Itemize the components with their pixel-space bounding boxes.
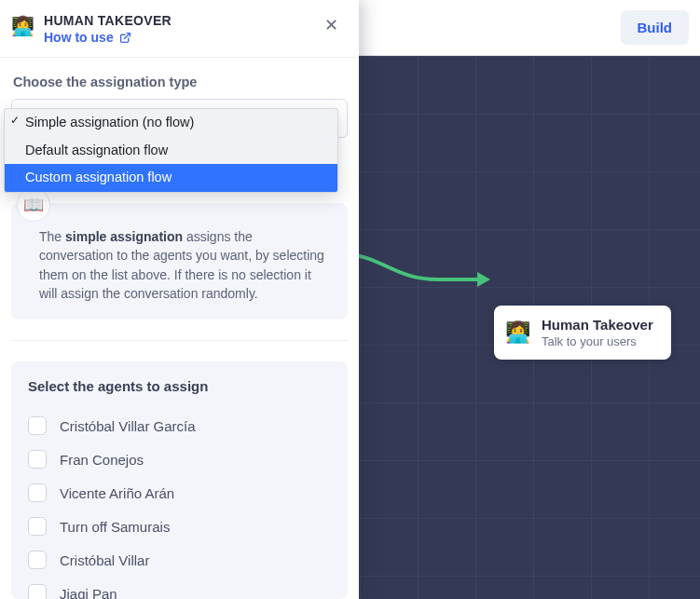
agent-name: Fran Conejos bbox=[60, 452, 144, 468]
build-button[interactable]: Build bbox=[621, 10, 690, 45]
dropdown-option[interactable]: Custom assignation flow bbox=[5, 164, 337, 192]
node-human-takeover[interactable]: 👩‍💻 Human Takeover Talk to your users bbox=[494, 306, 671, 360]
info-bold: simple assignation bbox=[65, 229, 183, 244]
flow-connector bbox=[336, 242, 522, 298]
panel-body: Choose the assignation type Simple assig… bbox=[0, 58, 359, 599]
agent-checkbox[interactable] bbox=[28, 584, 47, 599]
node-subtitle: Talk to your users bbox=[542, 334, 653, 348]
info-prefix: The bbox=[39, 229, 65, 244]
how-to-use-link[interactable]: How to use bbox=[44, 30, 131, 45]
agents-title: Select the agents to assign bbox=[28, 378, 331, 394]
info-text: The simple assignation assigns the conve… bbox=[26, 227, 329, 303]
external-link-icon bbox=[119, 32, 131, 44]
agent-checkbox[interactable] bbox=[28, 450, 47, 469]
agent-row[interactable]: Vicente Ariño Arán bbox=[28, 476, 331, 510]
divider bbox=[11, 340, 348, 341]
panel-header: 👩‍💻 HUMAN TAKEOVER How to use ✕ bbox=[0, 0, 359, 58]
agent-checkbox[interactable] bbox=[28, 416, 47, 435]
dropdown-option[interactable]: Simple assignation (no flow) bbox=[5, 109, 337, 137]
person-computer-icon: 👩‍💻 bbox=[11, 15, 34, 37]
agent-row[interactable]: Cristóbal Villar bbox=[28, 543, 331, 577]
book-icon: 📖 bbox=[17, 188, 50, 222]
agent-row[interactable]: Turn off Samurais bbox=[28, 510, 331, 543]
agent-checkbox[interactable] bbox=[28, 517, 47, 536]
config-panel: 👩‍💻 HUMAN TAKEOVER How to use ✕ Choose t… bbox=[0, 0, 359, 599]
person-computer-icon: 👩‍💻 bbox=[505, 322, 530, 343]
agent-name: Jiaqi Pan bbox=[60, 586, 117, 599]
agent-name: Cristóbal Villar bbox=[60, 552, 149, 568]
agent-name: Vicente Ariño Arán bbox=[60, 485, 174, 501]
assignation-select-wrap: Simple assignation (no flow)Default assi… bbox=[11, 99, 348, 138]
agent-checkbox[interactable] bbox=[28, 551, 47, 569]
panel-title: HUMAN TAKEOVER bbox=[44, 13, 172, 28]
agent-name: Cristóbal Villar García bbox=[60, 418, 196, 434]
node-title: Human Takeover bbox=[542, 317, 653, 333]
agent-row[interactable]: Cristóbal Villar García bbox=[28, 409, 331, 442]
svg-line-0 bbox=[124, 33, 130, 38]
agents-list: Cristóbal Villar GarcíaFran ConejosVicen… bbox=[28, 409, 331, 599]
node-body: Human Takeover Talk to your users bbox=[542, 317, 653, 348]
book-emoji: 📖 bbox=[23, 195, 44, 215]
panel-heading-block: HUMAN TAKEOVER How to use bbox=[44, 13, 172, 46]
close-icon[interactable]: ✕ bbox=[319, 13, 344, 37]
assignation-type-label: Choose the assignation type bbox=[13, 75, 346, 89]
agent-checkbox[interactable] bbox=[28, 483, 47, 502]
agent-row[interactable]: Fran Conejos bbox=[28, 442, 331, 476]
dropdown-option[interactable]: Default assignation flow bbox=[5, 137, 337, 165]
info-card: 📖 The simple assignation assigns the con… bbox=[11, 203, 348, 320]
assignation-dropdown[interactable]: Simple assignation (no flow)Default assi… bbox=[4, 108, 338, 193]
agent-row[interactable]: Jiaqi Pan bbox=[28, 577, 331, 599]
agents-card: Select the agents to assign Cristóbal Vi… bbox=[11, 361, 348, 599]
agent-name: Turn off Samurais bbox=[60, 519, 170, 535]
how-to-use-label: How to use bbox=[44, 30, 114, 45]
